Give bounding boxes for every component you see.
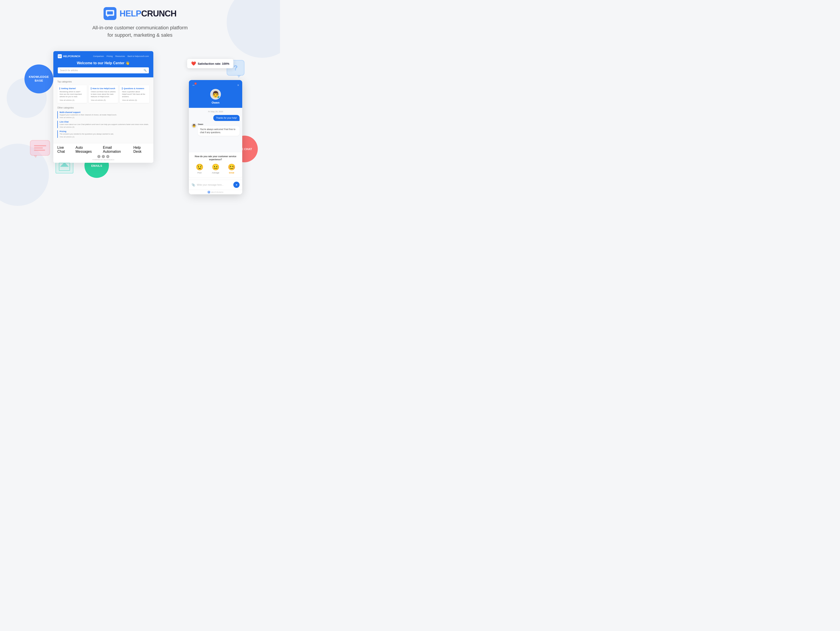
- rating-average[interactable]: 😐 Average: [212, 163, 219, 174]
- chat-date: Fri May 29, 2020: [191, 111, 240, 113]
- hc-search-placeholder: Search for articles: [60, 69, 142, 71]
- chat-avatar: 👨: [210, 89, 221, 100]
- illustration-area: KNOWLEDGE BASE EMAILS: [18, 47, 262, 185]
- hc-body: Top categories Getting Started Wondering…: [53, 77, 153, 143]
- cat-title-1: Getting Started: [60, 87, 85, 90]
- help-center-widget: HELPCRUNCH Comparison Pricing Resources …: [53, 51, 153, 163]
- chat-rating: How do you rate your customer service ex…: [189, 152, 242, 177]
- svg-rect-2: [107, 11, 113, 14]
- rating-great[interactable]: 😊 Great: [228, 163, 235, 174]
- cat-link-2: View all articles (5): [91, 99, 116, 101]
- deco-chat-pink: [30, 140, 50, 156]
- satisfaction-text: Satisfaction rate: 100%: [198, 62, 229, 65]
- chat-header: ← 1 × 👨 Owen: [189, 80, 242, 108]
- agent-bubble-text: You're always welcome! Feel free to chat…: [198, 126, 240, 136]
- hc-categories: Getting Started Wondering where to start…: [57, 85, 149, 103]
- chat-back-button[interactable]: ← 1: [192, 83, 196, 87]
- chat-send-button[interactable]: ➤: [233, 182, 240, 188]
- other-desc-1: Support your customers in their channel …: [60, 114, 149, 116]
- great-label: Great: [229, 172, 234, 174]
- footer-link-email: Email Automation: [103, 145, 130, 153]
- online-indicator: [218, 96, 220, 98]
- cat-title-2: How to Use HelpCrunch: [91, 87, 116, 90]
- cat-link-1: View all articles (3): [60, 99, 85, 101]
- cat-title-3: Questions & Answers: [122, 87, 147, 90]
- user-bubble-text: Thanks for your help!: [213, 115, 240, 121]
- heart-icon: ❤️: [191, 61, 196, 66]
- social-linkedin: in: [106, 155, 109, 158]
- hc-header: HELPCRUNCH Comparison Pricing Resources …: [53, 51, 153, 77]
- hc-footer-social: f t in: [57, 155, 149, 158]
- chat-emojis: 😟 Poor 😐 Average 😊 Great: [191, 163, 240, 174]
- agent-avatar-small: 👨: [191, 123, 196, 128]
- average-label: Average: [212, 172, 219, 174]
- user-message-bubble: Thanks for your help!: [191, 115, 240, 121]
- svg-rect-7: [208, 192, 210, 193]
- hc-nav: HELPCRUNCH Comparison Pricing Resources …: [58, 54, 149, 58]
- poor-label: Poor: [197, 172, 202, 174]
- other-title-2: Live Chat: [60, 121, 149, 123]
- cat-desc-3: Have a question about HelpCrunch? We hav…: [122, 90, 147, 98]
- notification-badge: 1: [194, 82, 197, 85]
- footer-link-helpdesk: Help Desk: [133, 145, 149, 153]
- category-getting-started[interactable]: Getting Started Wondering where to start…: [57, 85, 87, 103]
- cat-link-3: View all articles (9): [122, 99, 147, 101]
- chat-input-area: 📎 Write your message here... ➤: [189, 180, 242, 190]
- average-emoji: 😐: [212, 163, 219, 171]
- nav-link-pricing: Pricing: [106, 55, 113, 57]
- hc-nav-links: Comparison Pricing Resources Back to hel…: [93, 55, 149, 57]
- agent-bubble-name: Owen: [198, 123, 240, 125]
- svg-rect-5: [59, 55, 61, 57]
- rating-poor[interactable]: 😟 Poor: [196, 163, 204, 174]
- social-twitter: t: [102, 155, 105, 158]
- search-icon: 🔍: [144, 69, 147, 72]
- hc-title: Welcome to our Help Center 👋: [58, 61, 149, 65]
- hc-footer-nav: Live Chat Auto Messages Email Automation…: [57, 145, 149, 153]
- other-title-1: Multi-channel support: [60, 111, 149, 113]
- chat-footer-brand: HELPCRUNCH: [189, 190, 242, 195]
- chat-body: Fri May 29, 2020 Thanks for your help! 👨…: [189, 108, 242, 152]
- agent-message-bubble: 👨 Owen You're always welcome! Feel free …: [191, 123, 240, 136]
- footer-link-auto: Auto Messages: [76, 145, 99, 153]
- logo-area: HELPCRUNCH: [104, 7, 177, 20]
- other-link-2: View all articles (9): [60, 126, 149, 128]
- great-emoji: 😊: [228, 163, 235, 171]
- category-how-to-use[interactable]: How to Use HelpCrunch Check out these ho…: [88, 85, 118, 103]
- chat-header-controls: ← 1 ×: [192, 83, 239, 87]
- nav-link-resources: Resources: [115, 55, 125, 57]
- rating-title: How do you rate your customer service ex…: [191, 155, 240, 161]
- agent-bubble-content: Owen You're always welcome! Feel free to…: [198, 123, 240, 136]
- knowledge-base-circle: KNOWLEDGE BASE: [24, 65, 53, 93]
- footer-link-livechat: Live Chat: [57, 145, 72, 153]
- other-item-multichannel[interactable]: Multi-channel support Support your custo…: [57, 111, 149, 119]
- hc-search-bar[interactable]: Search for articles 🔍: [58, 67, 149, 73]
- attach-icon: 📎: [191, 183, 195, 187]
- hc-footer-brand: POWERED BY HELPCRUNCH: [57, 159, 149, 161]
- chat-agent-name: Owen: [212, 101, 219, 104]
- chat-widget: ← 1 × 👨 Owen Fri May 29, 2020 Thanks for…: [189, 80, 242, 195]
- other-title-3: Pricing: [60, 130, 149, 133]
- poor-emoji: 😟: [196, 163, 204, 171]
- category-qa[interactable]: Questions & Answers Have a question abou…: [120, 85, 149, 103]
- cat-desc-2: Check out these how-to articles to learn…: [91, 90, 116, 98]
- helpcrunch-small-icon: [208, 191, 210, 193]
- hc-other-section: Other categories Multi-channel support S…: [57, 106, 149, 138]
- other-link-3: View all articles (2): [60, 136, 149, 138]
- logo-text: HELPCRUNCH: [120, 9, 177, 19]
- main-content: HELPCRUNCH All-in-one customer communica…: [0, 0, 280, 185]
- chat-close-button[interactable]: ×: [237, 83, 239, 87]
- other-item-pricing[interactable]: Pricing The answers you needed to the qu…: [57, 130, 149, 138]
- tagline: All-in-one customer communication platfo…: [92, 24, 188, 39]
- chat-input[interactable]: Write your message here...: [197, 183, 232, 186]
- other-link-1: View all articles (2): [60, 117, 149, 119]
- hc-logo-icon: [58, 54, 62, 58]
- satisfaction-badge: ❤️ Satisfaction rate: 100%: [187, 59, 233, 68]
- other-desc-2: Learn more about our Live Chat platform …: [60, 123, 149, 126]
- nav-link-comparison: Comparison: [93, 55, 104, 57]
- other-categories-label: Other categories: [57, 106, 149, 109]
- cat-desc-1: Wondering where to start? Here are the m…: [60, 90, 85, 98]
- helpcrunch-logo-icon: [104, 7, 117, 20]
- nav-link-back: Back to helpcrunch.com: [128, 55, 149, 57]
- question-mark-icon: ?: [233, 64, 238, 72]
- other-item-livechat[interactable]: Live Chat Learn more about our Live Chat…: [57, 121, 149, 128]
